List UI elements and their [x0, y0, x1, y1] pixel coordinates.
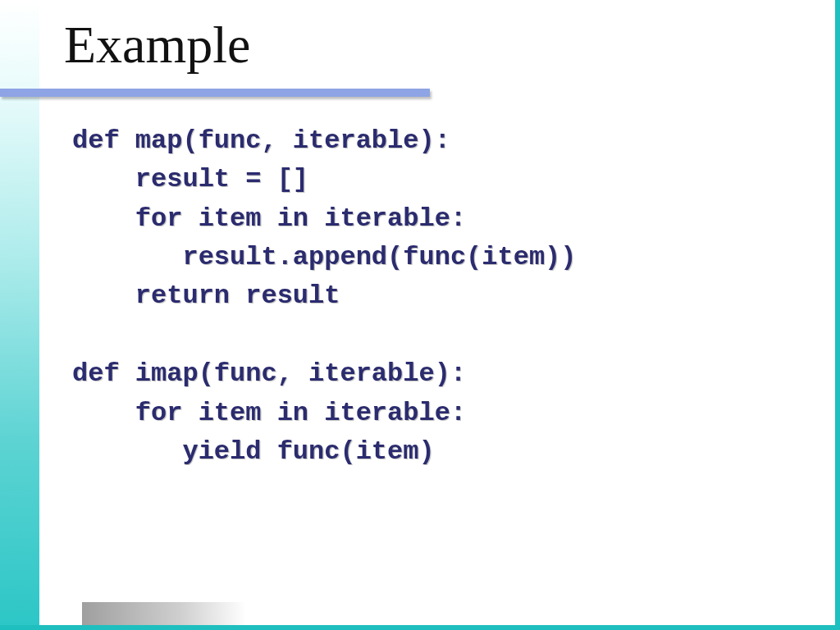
- right-border-decor: [835, 0, 840, 630]
- title-underline: [0, 89, 430, 97]
- bottom-border-decor: [0, 625, 840, 630]
- code-block: def map(func, iterable): result = [] for…: [72, 121, 577, 471]
- slide-title: Example: [64, 15, 250, 75]
- footer-gradient-bar: [82, 602, 246, 625]
